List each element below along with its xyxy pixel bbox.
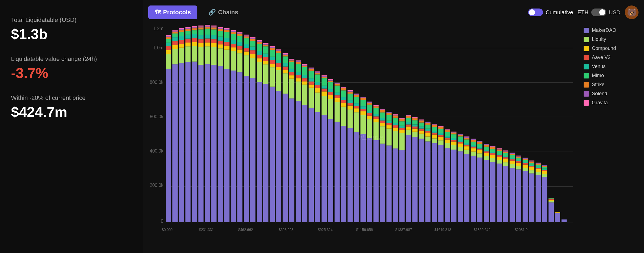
svg-rect-59 <box>198 47 204 65</box>
svg-rect-201 <box>296 60 301 61</box>
svg-rect-500 <box>516 166 521 169</box>
svg-rect-66 <box>198 26 204 27</box>
svg-rect-184 <box>289 99 294 222</box>
svg-rect-473 <box>497 160 502 164</box>
svg-rect-78 <box>211 43 217 47</box>
svg-rect-211 <box>309 108 314 222</box>
svg-rect-461 <box>484 144 489 145</box>
svg-rect-401 <box>445 143 450 148</box>
svg-rect-534 <box>536 163 541 163</box>
svg-rect-92 <box>218 28 223 29</box>
legend-item: Strike <box>584 82 639 88</box>
svg-rect-293 <box>367 119 372 138</box>
svg-rect-179 <box>283 63 288 66</box>
svg-rect-215 <box>309 78 314 81</box>
svg-rect-328 <box>393 148 398 222</box>
svg-rect-522 <box>529 163 534 165</box>
svg-rect-20 <box>166 36 171 37</box>
svg-rect-348 <box>406 126 411 130</box>
svg-rect-98 <box>224 38 229 42</box>
svg-rect-26 <box>172 37 178 41</box>
cumulative-toggle[interactable] <box>528 9 543 16</box>
svg-rect-56 <box>192 27 197 29</box>
svg-rect-333 <box>393 118 398 123</box>
svg-rect-375 <box>425 133 430 136</box>
svg-rect-221 <box>315 92 320 112</box>
svg-rect-239 <box>328 99 333 119</box>
svg-rect-406 <box>445 130 450 132</box>
svg-rect-81 <box>211 29 217 35</box>
svg-rect-480 <box>497 148 502 148</box>
protocols-tab[interactable]: 🗺 Protocols <box>148 5 197 19</box>
svg-rect-362 <box>412 118 418 118</box>
eth-usd-toggle[interactable] <box>591 9 606 16</box>
svg-rect-501 <box>516 163 521 166</box>
svg-rect-170 <box>276 60 281 63</box>
svg-rect-216 <box>309 71 314 78</box>
svg-rect-471 <box>490 146 495 146</box>
svg-rect-84 <box>211 26 217 27</box>
svg-rect-439 <box>471 147 476 148</box>
eth-usd-toggle-group: ETH USD <box>578 9 620 16</box>
chains-tab[interactable]: 🔗 Chains <box>202 5 245 19</box>
legend-item-label: Gravita <box>592 100 608 106</box>
svg-rect-430 <box>464 145 469 146</box>
svg-rect-518 <box>529 170 534 174</box>
svg-rect-359 <box>412 125 418 126</box>
svg-rect-327 <box>387 112 392 112</box>
svg-rect-277 <box>354 106 359 108</box>
svg-rect-533 <box>536 163 541 164</box>
svg-rect-329 <box>393 131 398 148</box>
svg-rect-122 <box>244 55 249 76</box>
svg-rect-541 <box>542 166 547 167</box>
svg-rect-87 <box>218 44 223 48</box>
svg-rect-547 <box>548 199 554 200</box>
svg-rect-27 <box>172 33 178 37</box>
svg-rect-376 <box>425 131 430 133</box>
svg-rect-67 <box>205 64 210 222</box>
svg-rect-224 <box>315 82 320 85</box>
value-change-label: Liquidatable value change (24h) <box>11 55 132 63</box>
svg-text:$0.000: $0.000 <box>162 227 172 232</box>
svg-rect-325 <box>387 113 392 115</box>
svg-rect-275 <box>354 112 359 132</box>
svg-rect-123 <box>244 52 249 55</box>
svg-rect-525 <box>529 161 534 161</box>
svg-rect-111 <box>231 30 236 31</box>
svg-rect-408 <box>445 130 450 130</box>
svg-rect-512 <box>523 162 528 163</box>
svg-rect-306 <box>373 108 379 114</box>
svg-rect-171 <box>276 53 281 60</box>
svg-rect-469 <box>490 147 495 149</box>
svg-rect-485 <box>503 156 508 157</box>
svg-rect-332 <box>393 123 398 125</box>
svg-text:800.0k: 800.0k <box>150 79 164 85</box>
svg-rect-309 <box>373 105 379 106</box>
legend-item-label: Venus <box>592 64 606 69</box>
svg-rect-261 <box>341 90 346 97</box>
svg-rect-449 <box>477 147 482 149</box>
svg-rect-499 <box>516 169 521 222</box>
svg-rect-372 <box>419 120 424 120</box>
svg-rect-198 <box>296 64 301 72</box>
svg-rect-479 <box>497 149 502 150</box>
svg-rect-307 <box>373 106 379 108</box>
svg-rect-119 <box>237 33 242 34</box>
svg-rect-426 <box>458 134 463 134</box>
svg-rect-552 <box>555 212 560 213</box>
svg-rect-331 <box>393 125 398 128</box>
svg-rect-528 <box>536 169 541 172</box>
svg-rect-465 <box>490 155 495 158</box>
svg-rect-181 <box>283 55 288 56</box>
svg-rect-54 <box>192 30 197 34</box>
svg-rect-75 <box>205 25 210 26</box>
svg-rect-370 <box>419 120 424 122</box>
svg-rect-535 <box>542 177 547 222</box>
svg-rect-294 <box>367 116 372 119</box>
svg-rect-490 <box>510 168 515 222</box>
svg-rect-280 <box>354 95 359 97</box>
svg-rect-129 <box>244 35 249 35</box>
svg-rect-214 <box>309 81 314 85</box>
svg-rect-423 <box>458 136 463 140</box>
svg-rect-395 <box>438 133 444 135</box>
